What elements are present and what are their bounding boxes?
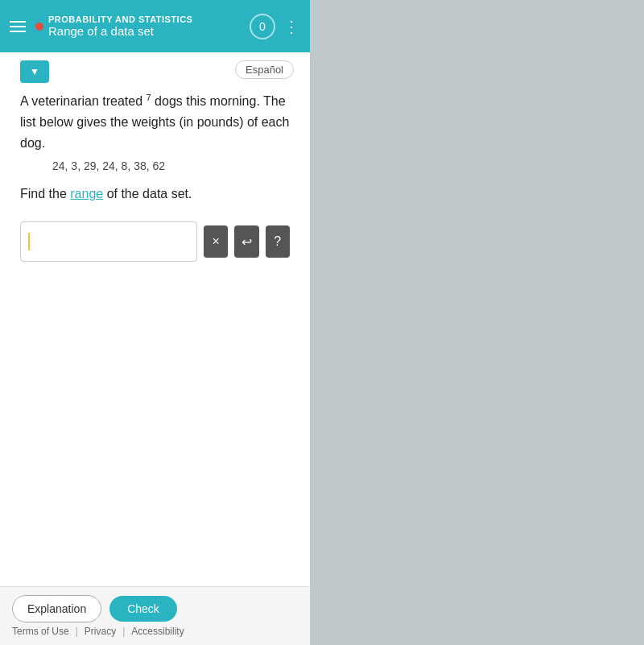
problem-text: A veterinarian treated 7 dogs this morni… xyxy=(20,91,290,153)
help-button[interactable]: ? xyxy=(266,225,290,258)
clear-button[interactable]: × xyxy=(204,225,228,258)
right-panel xyxy=(310,0,644,645)
find-prefix: Find the xyxy=(20,187,70,201)
language-button[interactable]: Español xyxy=(235,60,294,79)
accessibility-link[interactable]: Accessibility xyxy=(131,626,184,637)
more-options-icon[interactable]: ⋮ xyxy=(283,17,300,36)
find-range-text: Find the range of the data set. xyxy=(20,187,290,201)
footer-buttons: Explanation Check xyxy=(12,595,298,622)
footer-sep-1: | xyxy=(76,626,78,637)
subject-dot-icon xyxy=(35,23,43,31)
answer-area: × ↩ ? xyxy=(20,221,290,262)
terms-link[interactable]: Terms of Use xyxy=(12,626,69,637)
answer-input[interactable] xyxy=(20,221,197,262)
score-circle: 0 xyxy=(250,14,275,39)
problem-text-part1: A veterinarian treated xyxy=(20,94,147,108)
app-header: PROBABILITY AND STATISTICS Range of a da… xyxy=(0,0,310,52)
header-title: Range of a data set xyxy=(48,24,250,38)
header-text: PROBABILITY AND STATISTICS Range of a da… xyxy=(48,14,250,38)
menu-icon[interactable] xyxy=(10,21,26,32)
privacy-link[interactable]: Privacy xyxy=(85,626,116,637)
range-link[interactable]: range xyxy=(70,187,103,201)
footer: Explanation Check Terms of Use | Privacy… xyxy=(0,586,310,645)
score-label: 0 xyxy=(259,20,266,33)
check-button[interactable]: Check xyxy=(109,596,177,622)
main-content: Español A veterinarian treated 7 dogs th… xyxy=(0,52,310,600)
undo-button[interactable]: ↩ xyxy=(234,225,258,258)
footer-sep-2: | xyxy=(122,626,125,637)
header-category: PROBABILITY AND STATISTICS xyxy=(48,14,250,24)
data-list: 24, 3, 29, 24, 8, 38, 62 xyxy=(52,159,290,172)
explanation-button[interactable]: Explanation xyxy=(12,595,101,622)
find-suffix: of the data set. xyxy=(103,187,192,201)
footer-links: Terms of Use | Privacy | Accessibility xyxy=(12,626,298,637)
dropdown-toggle[interactable] xyxy=(20,60,49,83)
